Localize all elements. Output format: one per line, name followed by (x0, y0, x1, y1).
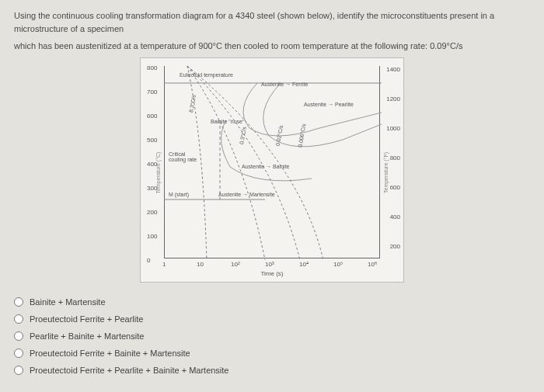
anno-martensite: Austenite → Martensite (218, 192, 275, 197)
xtick-1000000: 10⁶ (368, 261, 377, 268)
ytick-r-200: 200 (390, 243, 400, 250)
answer-options: Bainite + Martensite Proeutectoid Ferrit… (14, 293, 530, 379)
option-4[interactable]: Proeutectoid Ferrite + Pearlite + Bainit… (14, 362, 530, 379)
ytick-r-1000: 1000 (386, 125, 400, 132)
option-label: Proeutectoid Ferrite + Bainite + Martens… (30, 349, 190, 358)
option-label: Pearlite + Bainite + Martensite (30, 331, 144, 341)
option-0[interactable]: Bainite + Martensite (14, 293, 530, 310)
radio-icon[interactable] (14, 366, 23, 375)
option-1[interactable]: Proeutectoid Ferrite + Pearlite (14, 310, 530, 328)
y-axis-label-right: Temperature (°F) (383, 152, 389, 193)
xtick-10000: 10⁴ (299, 261, 309, 268)
ytick-r-800: 800 (390, 154, 400, 161)
anno-pearlite: Austenite → Pearlite (304, 102, 354, 107)
option-2[interactable]: Pearlite + Bainite + Martensite (14, 328, 530, 345)
radio-icon[interactable] (14, 314, 23, 324)
ytick-l-800: 800 (147, 64, 157, 71)
option-label: Bainite + Martensite (30, 297, 106, 307)
anno-bainite: Austenite → Bainite (242, 164, 289, 169)
xtick-1000: 10³ (265, 261, 274, 268)
ytick-l-0: 0 (147, 257, 150, 264)
anno-eutectoid: Eutectoid temperature (180, 72, 233, 78)
ytick-l-600: 600 (147, 113, 157, 120)
radio-icon[interactable] (14, 331, 23, 341)
ytick-r-600: 600 (390, 184, 400, 191)
question-line1: Using the continuous cooling transformat… (14, 9, 530, 35)
xtick-100: 10² (231, 261, 240, 268)
anno-mstart: M (start) (169, 192, 189, 197)
ytick-r-1400: 1400 (386, 66, 400, 73)
cct-diagram: 0 100 200 300 400 500 600 700 800 200 40… (140, 57, 404, 283)
anno-critical: Critical cooling rate (169, 151, 200, 162)
ytick-l-700: 700 (147, 88, 157, 95)
option-3[interactable]: Proeutectoid Ferrite + Bainite + Martens… (14, 345, 530, 362)
question-line2: which has been austenitized at a tempera… (14, 40, 530, 53)
ytick-r-400: 400 (390, 213, 400, 220)
ytick-l-100: 100 (147, 233, 157, 240)
x-axis-label: Time (s) (260, 270, 283, 277)
xtick-100000: 10⁵ (333, 261, 343, 268)
anno-bainite-nose: Bainite "nose" (211, 119, 245, 124)
anno-ferrite: Austenite → Ferrite (261, 82, 308, 87)
radio-icon[interactable] (14, 297, 23, 307)
radio-icon[interactable] (14, 349, 23, 358)
ytick-l-500: 500 (147, 137, 157, 144)
option-label: Proeutectoid Ferrite + Pearlite (30, 314, 143, 324)
option-label: Proeutectoid Ferrite + Pearlite + Bainit… (30, 366, 229, 375)
y-axis-label-left: Temperature (°C) (155, 151, 161, 193)
xtick-1: 1 (162, 261, 166, 268)
ytick-l-200: 200 (147, 209, 157, 216)
ytick-r-1200: 1200 (386, 95, 400, 102)
xtick-10: 10 (197, 261, 204, 268)
